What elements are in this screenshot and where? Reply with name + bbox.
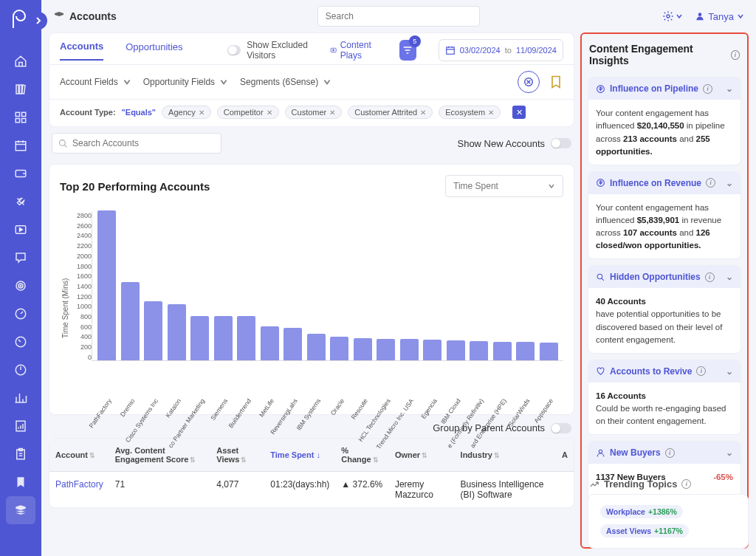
th-time[interactable]: Time Spent ↓ bbox=[264, 439, 335, 472]
chart-metric-dropdown[interactable]: Time Spent bbox=[445, 175, 563, 197]
chart-bar[interactable] bbox=[400, 339, 419, 360]
expand-rail-button[interactable] bbox=[30, 12, 47, 30]
chart-bar[interactable] bbox=[261, 326, 279, 360]
nav-tools-icon[interactable] bbox=[6, 188, 35, 216]
chip-remove-icon[interactable]: ✕ bbox=[420, 109, 426, 117]
info-icon[interactable]: i bbox=[705, 272, 715, 282]
insight-revenue-header[interactable]: Influence on Revenue i ⌄ bbox=[588, 172, 740, 194]
chip-customer[interactable]: Customer✕ bbox=[285, 106, 343, 119]
left-nav-rail bbox=[0, 0, 41, 556]
th-owner[interactable]: Owner⇅ bbox=[389, 439, 455, 472]
user-menu[interactable]: Tanya bbox=[695, 11, 744, 22]
trending-header[interactable]: Trending Topics i bbox=[588, 474, 749, 494]
nav-gauge2-icon[interactable] bbox=[6, 328, 35, 356]
th-account[interactable]: Account⇅ bbox=[49, 439, 109, 472]
nav-gauge3-icon[interactable] bbox=[6, 356, 35, 384]
chart-bar[interactable] bbox=[97, 210, 116, 360]
chart-bar[interactable] bbox=[237, 316, 255, 360]
segments-dropdown[interactable]: Segments (6Sense) bbox=[240, 77, 331, 87]
settings-button[interactable] bbox=[662, 10, 683, 22]
nav-calendar-icon[interactable] bbox=[6, 131, 35, 159]
info-icon[interactable]: i bbox=[681, 479, 691, 489]
insight-revive-header[interactable]: Accounts to Revive i ⌄ bbox=[588, 360, 740, 382]
global-search-input[interactable] bbox=[317, 6, 480, 27]
clear-all-chips-button[interactable]: ✕ bbox=[512, 106, 526, 119]
nav-accounts-icon[interactable] bbox=[6, 496, 35, 524]
chart-bar[interactable] bbox=[377, 339, 395, 360]
insight-hidden-header[interactable]: Hidden Opportunities i ⌄ bbox=[588, 266, 740, 288]
topic-pill[interactable]: Asset Views +1167% bbox=[600, 524, 689, 538]
chart-bar[interactable] bbox=[447, 340, 465, 360]
chart-bar[interactable] bbox=[214, 316, 233, 360]
th-views[interactable]: Asset Views⇅ bbox=[210, 439, 264, 472]
filter-button[interactable]: 5 bbox=[399, 40, 416, 61]
groupby-toggle[interactable] bbox=[551, 423, 571, 433]
global-search[interactable] bbox=[317, 6, 480, 27]
chart-bar[interactable] bbox=[354, 338, 372, 360]
chart-bar[interactable] bbox=[168, 304, 186, 360]
chart-bar[interactable] bbox=[190, 316, 209, 360]
nav-play-icon[interactable] bbox=[6, 216, 35, 244]
chip-ecosystem[interactable]: Ecosystem✕ bbox=[439, 106, 501, 119]
tab-opportunities[interactable]: Opportunities bbox=[126, 41, 182, 60]
chip-remove-icon[interactable]: ✕ bbox=[329, 109, 335, 117]
insight-buyers-header[interactable]: New Buyers i ⌄ bbox=[588, 442, 740, 464]
svg-point-19 bbox=[698, 13, 702, 16]
clear-filters-button[interactable] bbox=[518, 71, 540, 93]
show-new-toggle[interactable] bbox=[551, 138, 571, 148]
chip-agency[interactable]: Agency✕ bbox=[162, 106, 211, 119]
insight-revenue: Influence on Revenue i ⌄ Your content en… bbox=[588, 171, 741, 260]
th-extra[interactable]: A bbox=[556, 439, 574, 472]
chart-bar[interactable] bbox=[144, 301, 162, 360]
info-icon[interactable]: i bbox=[665, 448, 675, 458]
nav-library-icon[interactable] bbox=[6, 75, 35, 103]
nav-gauge-icon[interactable] bbox=[6, 300, 35, 328]
bookmark-button[interactable] bbox=[549, 71, 563, 93]
cell-account[interactable]: PathFactory bbox=[49, 472, 109, 508]
th-score[interactable]: Avg. Content Engagement Score⇅ bbox=[109, 439, 211, 472]
chart-bar[interactable] bbox=[470, 341, 488, 360]
nav-target-icon[interactable] bbox=[6, 272, 35, 300]
nav-wallet-icon[interactable] bbox=[6, 159, 35, 188]
chart-bar[interactable] bbox=[330, 337, 348, 360]
chip-remove-icon[interactable]: ✕ bbox=[199, 109, 205, 117]
nav-clipboard-icon[interactable] bbox=[6, 440, 35, 468]
exclude-visitors-toggle[interactable] bbox=[227, 45, 241, 55]
svg-point-11 bbox=[20, 285, 21, 286]
chart-bar[interactable] bbox=[121, 282, 140, 360]
topic-pill[interactable]: Workplace +1386% bbox=[600, 505, 683, 518]
info-icon[interactable]: i bbox=[696, 366, 706, 376]
nav-barchart-icon[interactable] bbox=[6, 384, 35, 412]
info-icon[interactable]: i bbox=[703, 84, 712, 94]
chart-bar[interactable] bbox=[307, 334, 326, 360]
nav-bookmark-icon[interactable] bbox=[6, 468, 35, 496]
chart-bar[interactable] bbox=[284, 328, 302, 361]
insight-pipeline-header[interactable]: Influence on Pipeline i ⌄ bbox=[588, 78, 740, 100]
search-accounts[interactable] bbox=[52, 133, 221, 154]
chip-customer-attrited[interactable]: Customer Attrited✕ bbox=[348, 106, 433, 119]
account-fields-dropdown[interactable]: Account Fields bbox=[60, 77, 131, 87]
cell-score: 71 bbox=[109, 472, 211, 508]
chart-bar[interactable] bbox=[540, 343, 558, 360]
info-icon[interactable]: i bbox=[731, 50, 740, 60]
search-accounts-input[interactable] bbox=[72, 138, 215, 148]
nav-chat-icon[interactable] bbox=[6, 244, 35, 272]
topbar: Accounts Tanya bbox=[41, 0, 756, 32]
chip-remove-icon[interactable]: ✕ bbox=[267, 109, 272, 117]
tab-accounts[interactable]: Accounts bbox=[60, 41, 103, 61]
svg-rect-5 bbox=[22, 119, 26, 123]
nav-home-icon[interactable] bbox=[6, 47, 35, 75]
info-icon[interactable]: i bbox=[706, 178, 715, 188]
chip-remove-icon[interactable]: ✕ bbox=[488, 109, 494, 117]
nav-grid-icon[interactable] bbox=[6, 103, 35, 131]
table-row[interactable]: PathFactory 71 4,077 01:23(days:hh) ▲ 37… bbox=[49, 472, 574, 508]
chip-competitor[interactable]: Competitor✕ bbox=[217, 106, 279, 119]
content-plays-link[interactable]: Content Plays bbox=[330, 40, 377, 61]
insight-pipeline: Influence on Pipeline i ⌄ Your content e… bbox=[588, 77, 741, 165]
chart-bar[interactable] bbox=[493, 342, 512, 360]
date-range-picker[interactable]: 03/02/2024 to 11/09/2024 bbox=[439, 39, 563, 61]
chart-bar[interactable] bbox=[423, 340, 441, 360]
opportunity-fields-dropdown[interactable]: Opportunity Fields bbox=[143, 77, 228, 87]
nav-report-icon[interactable] bbox=[6, 412, 35, 440]
chart-bar[interactable] bbox=[516, 342, 535, 360]
